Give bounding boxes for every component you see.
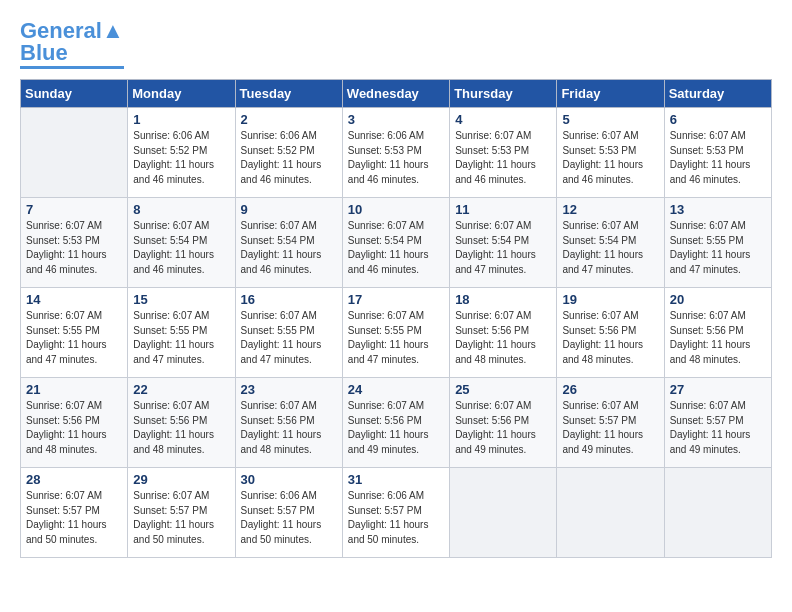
day-info: Sunrise: 6:07 AMSunset: 5:55 PMDaylight:… — [348, 309, 444, 367]
day-cell: 31Sunrise: 6:06 AMSunset: 5:57 PMDayligh… — [342, 468, 449, 558]
day-number: 7 — [26, 202, 122, 217]
week-row-5: 28Sunrise: 6:07 AMSunset: 5:57 PMDayligh… — [21, 468, 772, 558]
day-info: Sunrise: 6:07 AMSunset: 5:55 PMDaylight:… — [133, 309, 229, 367]
day-info: Sunrise: 6:07 AMSunset: 5:53 PMDaylight:… — [26, 219, 122, 277]
day-info: Sunrise: 6:07 AMSunset: 5:54 PMDaylight:… — [133, 219, 229, 277]
logo-blue-text: Blue — [20, 40, 68, 65]
day-cell: 30Sunrise: 6:06 AMSunset: 5:57 PMDayligh… — [235, 468, 342, 558]
day-cell: 10Sunrise: 6:07 AMSunset: 5:54 PMDayligh… — [342, 198, 449, 288]
day-cell: 17Sunrise: 6:07 AMSunset: 5:55 PMDayligh… — [342, 288, 449, 378]
header-sunday: Sunday — [21, 80, 128, 108]
day-cell: 24Sunrise: 6:07 AMSunset: 5:56 PMDayligh… — [342, 378, 449, 468]
week-row-3: 14Sunrise: 6:07 AMSunset: 5:55 PMDayligh… — [21, 288, 772, 378]
day-number: 19 — [562, 292, 658, 307]
day-info: Sunrise: 6:07 AMSunset: 5:54 PMDaylight:… — [241, 219, 337, 277]
day-info: Sunrise: 6:07 AMSunset: 5:56 PMDaylight:… — [348, 399, 444, 457]
day-cell: 13Sunrise: 6:07 AMSunset: 5:55 PMDayligh… — [664, 198, 771, 288]
day-info: Sunrise: 6:06 AMSunset: 5:57 PMDaylight:… — [348, 489, 444, 547]
day-cell: 27Sunrise: 6:07 AMSunset: 5:57 PMDayligh… — [664, 378, 771, 468]
day-number: 28 — [26, 472, 122, 487]
day-info: Sunrise: 6:07 AMSunset: 5:57 PMDaylight:… — [670, 399, 766, 457]
day-info: Sunrise: 6:07 AMSunset: 5:53 PMDaylight:… — [562, 129, 658, 187]
day-info: Sunrise: 6:07 AMSunset: 5:55 PMDaylight:… — [26, 309, 122, 367]
day-cell: 5Sunrise: 6:07 AMSunset: 5:53 PMDaylight… — [557, 108, 664, 198]
day-info: Sunrise: 6:07 AMSunset: 5:57 PMDaylight:… — [26, 489, 122, 547]
day-number: 6 — [670, 112, 766, 127]
header-wednesday: Wednesday — [342, 80, 449, 108]
day-number: 27 — [670, 382, 766, 397]
day-number: 17 — [348, 292, 444, 307]
logo: General▲ Blue — [20, 20, 124, 69]
day-cell: 4Sunrise: 6:07 AMSunset: 5:53 PMDaylight… — [450, 108, 557, 198]
logo-text: General▲ Blue — [20, 20, 124, 64]
week-row-4: 21Sunrise: 6:07 AMSunset: 5:56 PMDayligh… — [21, 378, 772, 468]
day-number: 24 — [348, 382, 444, 397]
day-info: Sunrise: 6:07 AMSunset: 5:57 PMDaylight:… — [133, 489, 229, 547]
day-cell — [664, 468, 771, 558]
day-cell: 14Sunrise: 6:07 AMSunset: 5:55 PMDayligh… — [21, 288, 128, 378]
day-cell: 22Sunrise: 6:07 AMSunset: 5:56 PMDayligh… — [128, 378, 235, 468]
day-cell: 16Sunrise: 6:07 AMSunset: 5:55 PMDayligh… — [235, 288, 342, 378]
day-info: Sunrise: 6:07 AMSunset: 5:57 PMDaylight:… — [562, 399, 658, 457]
day-cell: 6Sunrise: 6:07 AMSunset: 5:53 PMDaylight… — [664, 108, 771, 198]
day-cell: 9Sunrise: 6:07 AMSunset: 5:54 PMDaylight… — [235, 198, 342, 288]
day-number: 13 — [670, 202, 766, 217]
header-monday: Monday — [128, 80, 235, 108]
day-number: 31 — [348, 472, 444, 487]
day-info: Sunrise: 6:07 AMSunset: 5:56 PMDaylight:… — [455, 399, 551, 457]
day-number: 21 — [26, 382, 122, 397]
day-info: Sunrise: 6:07 AMSunset: 5:54 PMDaylight:… — [455, 219, 551, 277]
header-tuesday: Tuesday — [235, 80, 342, 108]
day-number: 4 — [455, 112, 551, 127]
day-number: 22 — [133, 382, 229, 397]
week-row-1: 1Sunrise: 6:06 AMSunset: 5:52 PMDaylight… — [21, 108, 772, 198]
day-number: 11 — [455, 202, 551, 217]
day-number: 23 — [241, 382, 337, 397]
day-info: Sunrise: 6:06 AMSunset: 5:53 PMDaylight:… — [348, 129, 444, 187]
day-number: 8 — [133, 202, 229, 217]
day-number: 18 — [455, 292, 551, 307]
day-cell — [557, 468, 664, 558]
day-number: 5 — [562, 112, 658, 127]
day-cell: 20Sunrise: 6:07 AMSunset: 5:56 PMDayligh… — [664, 288, 771, 378]
day-number: 2 — [241, 112, 337, 127]
day-number: 1 — [133, 112, 229, 127]
day-info: Sunrise: 6:07 AMSunset: 5:54 PMDaylight:… — [562, 219, 658, 277]
day-cell: 25Sunrise: 6:07 AMSunset: 5:56 PMDayligh… — [450, 378, 557, 468]
day-cell: 12Sunrise: 6:07 AMSunset: 5:54 PMDayligh… — [557, 198, 664, 288]
day-info: Sunrise: 6:06 AMSunset: 5:52 PMDaylight:… — [241, 129, 337, 187]
logo-underline — [20, 66, 124, 69]
calendar-header-row: SundayMondayTuesdayWednesdayThursdayFrid… — [21, 80, 772, 108]
day-cell: 15Sunrise: 6:07 AMSunset: 5:55 PMDayligh… — [128, 288, 235, 378]
day-number: 26 — [562, 382, 658, 397]
day-info: Sunrise: 6:07 AMSunset: 5:53 PMDaylight:… — [455, 129, 551, 187]
day-number: 20 — [670, 292, 766, 307]
day-number: 30 — [241, 472, 337, 487]
week-row-2: 7Sunrise: 6:07 AMSunset: 5:53 PMDaylight… — [21, 198, 772, 288]
header-thursday: Thursday — [450, 80, 557, 108]
calendar-table: SundayMondayTuesdayWednesdayThursdayFrid… — [20, 79, 772, 558]
day-number: 3 — [348, 112, 444, 127]
day-info: Sunrise: 6:07 AMSunset: 5:56 PMDaylight:… — [455, 309, 551, 367]
day-number: 25 — [455, 382, 551, 397]
day-info: Sunrise: 6:07 AMSunset: 5:56 PMDaylight:… — [26, 399, 122, 457]
day-cell: 3Sunrise: 6:06 AMSunset: 5:53 PMDaylight… — [342, 108, 449, 198]
day-cell: 28Sunrise: 6:07 AMSunset: 5:57 PMDayligh… — [21, 468, 128, 558]
day-cell: 1Sunrise: 6:06 AMSunset: 5:52 PMDaylight… — [128, 108, 235, 198]
day-cell: 7Sunrise: 6:07 AMSunset: 5:53 PMDaylight… — [21, 198, 128, 288]
header-saturday: Saturday — [664, 80, 771, 108]
day-cell: 26Sunrise: 6:07 AMSunset: 5:57 PMDayligh… — [557, 378, 664, 468]
day-number: 29 — [133, 472, 229, 487]
day-cell: 2Sunrise: 6:06 AMSunset: 5:52 PMDaylight… — [235, 108, 342, 198]
day-info: Sunrise: 6:07 AMSunset: 5:56 PMDaylight:… — [670, 309, 766, 367]
day-number: 15 — [133, 292, 229, 307]
day-number: 10 — [348, 202, 444, 217]
day-info: Sunrise: 6:07 AMSunset: 5:56 PMDaylight:… — [133, 399, 229, 457]
day-info: Sunrise: 6:07 AMSunset: 5:56 PMDaylight:… — [562, 309, 658, 367]
day-number: 12 — [562, 202, 658, 217]
day-info: Sunrise: 6:07 AMSunset: 5:55 PMDaylight:… — [670, 219, 766, 277]
day-number: 9 — [241, 202, 337, 217]
day-info: Sunrise: 6:06 AMSunset: 5:52 PMDaylight:… — [133, 129, 229, 187]
day-info: Sunrise: 6:07 AMSunset: 5:53 PMDaylight:… — [670, 129, 766, 187]
day-cell: 18Sunrise: 6:07 AMSunset: 5:56 PMDayligh… — [450, 288, 557, 378]
